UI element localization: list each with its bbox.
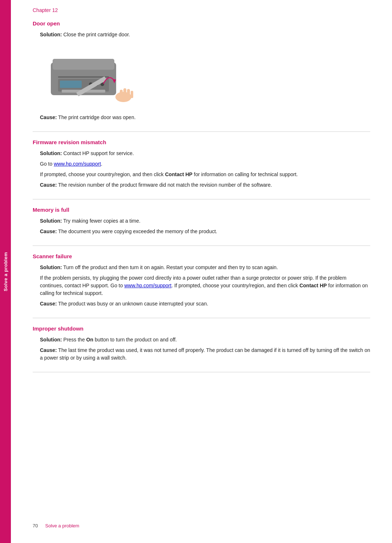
section-body-firmware: Solution: Contact HP support for service… — [33, 150, 370, 189]
svg-rect-1 — [53, 59, 114, 70]
section-body-improper-shutdown: Solution: Press the On button to turn th… — [33, 336, 370, 362]
solution-label-scanner: Solution: — [40, 264, 62, 270]
solution-label-door-open: Solution: — [40, 32, 62, 37]
cause-memory: Cause: The document you were copying exc… — [40, 228, 370, 235]
solution-text-firmware: Contact HP support for service. — [62, 150, 134, 156]
solution-text-door-open: Close the print cartridge door. — [62, 32, 130, 37]
solution-pre-improper-shutdown: Press the — [62, 337, 86, 343]
section-title-improper-shutdown: Improper shutdown — [33, 325, 370, 332]
cause-text-firmware: The revision number of the product firmw… — [57, 182, 272, 188]
paragraph1-firmware: If prompted, choose your country/region,… — [40, 171, 370, 178]
svg-rect-4 — [58, 76, 109, 78]
sidebar-tab-label: Solve a problem — [3, 252, 8, 291]
cause-firmware: Cause: The revision number of the produc… — [40, 181, 370, 189]
cause-text-door-open: The print cartridge door was open. — [57, 114, 136, 120]
printer-image — [40, 44, 142, 108]
para1-pre-firmware: If prompted, choose your country/region,… — [40, 171, 165, 177]
cause-text-scanner: The product was busy or an unknown cause… — [57, 301, 208, 307]
svg-rect-14 — [131, 91, 133, 98]
section-scanner: Scanner failure Solution: Turn off the p… — [33, 253, 370, 318]
solution-door-open: Solution: Close the print cartridge door… — [40, 31, 370, 39]
solution-bold-improper-shutdown: On — [86, 337, 93, 343]
goto-firmware: Go to www.hp.com/support. — [40, 160, 370, 168]
section-title-door-open: Door open — [33, 20, 370, 27]
section-memory: Memory is full Solution: Try making fewe… — [33, 207, 370, 246]
para1-rest-scanner: . If prompted, choose your country/regio… — [171, 283, 299, 288]
link-firmware[interactable]: www.hp.com/support — [54, 161, 101, 167]
cause-improper-shutdown: Cause: The last time the product was use… — [40, 347, 370, 362]
section-improper-shutdown: Improper shutdown Solution: Press the On… — [33, 325, 370, 372]
section-body-door-open: Solution: Close the print cartridge door… — [33, 31, 370, 121]
svg-rect-13 — [127, 89, 130, 98]
page-footer: 70 Solve a problem — [33, 516, 370, 528]
link-scanner[interactable]: www.hp.com/support — [124, 283, 171, 288]
cause-label-improper-shutdown: Cause: — [40, 347, 57, 353]
paragraph1-scanner: If the problem persists, try plugging th… — [40, 274, 370, 297]
cause-door-open: Cause: The print cartridge door was open… — [40, 114, 370, 121]
solution-firmware: Solution: Contact HP support for service… — [40, 150, 370, 157]
solution-label-memory: Solution: — [40, 218, 62, 224]
cause-label-memory: Cause: — [40, 228, 57, 234]
footer-page-number: 70 — [33, 523, 38, 528]
cause-text-improper-shutdown: The last time the product was used, it w… — [40, 347, 370, 361]
solution-text-scanner: Turn off the product and then turn it on… — [62, 264, 278, 270]
solution-post-improper-shutdown: button to turn the product on and off. — [93, 337, 177, 343]
para1-bold-firmware: Contact HP — [165, 171, 192, 177]
svg-rect-5 — [60, 81, 82, 88]
section-title-memory: Memory is full — [33, 207, 370, 213]
svg-rect-12 — [123, 88, 126, 98]
section-firmware: Firmware revision mismatch Solution: Con… — [33, 139, 370, 199]
cause-scanner: Cause: The product was busy or an unknow… — [40, 300, 370, 308]
section-title-scanner: Scanner failure — [33, 253, 370, 259]
printer-illustration — [40, 44, 142, 108]
para1-bold-scanner: Contact HP — [299, 283, 327, 288]
section-body-scanner: Solution: Turn off the product and then … — [33, 264, 370, 308]
svg-rect-11 — [120, 90, 123, 98]
sidebar-tab: Solve a problem — [0, 0, 11, 543]
cause-label-firmware: Cause: — [40, 182, 57, 188]
cause-label-door-open: Cause: — [40, 114, 57, 120]
para1-rest-firmware: for information on calling for technical… — [192, 171, 298, 177]
cause-label-scanner: Cause: — [40, 301, 57, 307]
main-content: Chapter 12 Door open Solution: Close the… — [11, 0, 392, 543]
solution-scanner: Solution: Turn off the product and then … — [40, 264, 370, 271]
footer-section-name: Solve a problem — [45, 523, 79, 528]
chapter-header: Chapter 12 — [33, 7, 370, 13]
solution-label-improper-shutdown: Solution: — [40, 337, 62, 343]
section-body-memory: Solution: Try making fewer copies at a t… — [33, 217, 370, 235]
section-door-open: Door open Solution: Close the print cart… — [33, 20, 370, 132]
solution-text-memory: Try making fewer copies at a time. — [62, 218, 140, 224]
solution-label-firmware: Solution: — [40, 150, 62, 156]
solution-improper-shutdown: Solution: Press the On button to turn th… — [40, 336, 370, 344]
solution-memory: Solution: Try making fewer copies at a t… — [40, 217, 370, 225]
section-title-firmware: Firmware revision mismatch — [33, 139, 370, 145]
goto-text-firmware: Go to — [40, 161, 54, 167]
cause-text-memory: The document you were copying exceeded t… — [57, 228, 217, 234]
